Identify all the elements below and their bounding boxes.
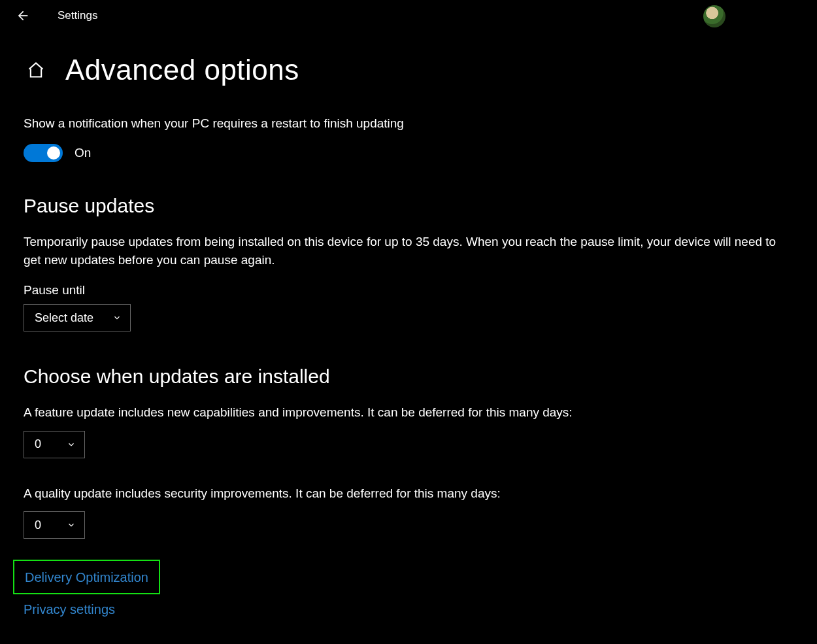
page-header: Advanced options — [24, 54, 799, 86]
avatar[interactable] — [703, 5, 725, 27]
quality-update-defer-dropdown[interactable]: 0 — [24, 511, 85, 539]
chevron-down-icon — [66, 520, 76, 530]
delivery-optimization-highlight: Delivery Optimization — [13, 560, 160, 594]
quality-update-label: A quality update includes security impro… — [24, 484, 795, 503]
arrow-left-icon — [16, 9, 29, 22]
pause-updates-description: Temporarily pause updates from being ins… — [24, 233, 795, 269]
toggle-knob — [47, 146, 60, 160]
restart-notify-toggle-state: On — [75, 146, 91, 160]
chevron-down-icon — [66, 439, 76, 450]
page-title: Advanced options — [65, 54, 299, 86]
feature-update-defer-value: 0 — [35, 437, 41, 451]
content-area: Advanced options Show a notification whe… — [0, 31, 817, 621]
home-button[interactable] — [26, 60, 46, 80]
delivery-optimization-link[interactable]: Delivery Optimization — [25, 570, 148, 585]
restart-notify-toggle[interactable] — [24, 144, 63, 162]
choose-when-heading: Choose when updates are installed — [24, 365, 799, 388]
pause-until-dropdown[interactable]: Select date — [24, 304, 131, 331]
pause-until-dropdown-value: Select date — [35, 311, 93, 325]
restart-notify-label: Show a notification when your PC require… — [24, 116, 799, 131]
pause-until-label: Pause until — [24, 283, 799, 297]
back-button[interactable] — [12, 5, 33, 26]
pause-updates-heading: Pause updates — [24, 195, 799, 217]
restart-notify-toggle-row: On — [24, 144, 799, 162]
feature-update-defer-dropdown[interactable]: 0 — [24, 431, 85, 458]
privacy-settings-link[interactable]: Privacy settings — [24, 598, 115, 621]
home-icon — [27, 61, 45, 79]
chevron-down-icon — [112, 313, 122, 323]
titlebar: Settings — [0, 0, 817, 31]
feature-update-label: A feature update includes new capabiliti… — [24, 403, 795, 422]
quality-update-defer-value: 0 — [35, 518, 41, 532]
app-title: Settings — [58, 9, 97, 22]
